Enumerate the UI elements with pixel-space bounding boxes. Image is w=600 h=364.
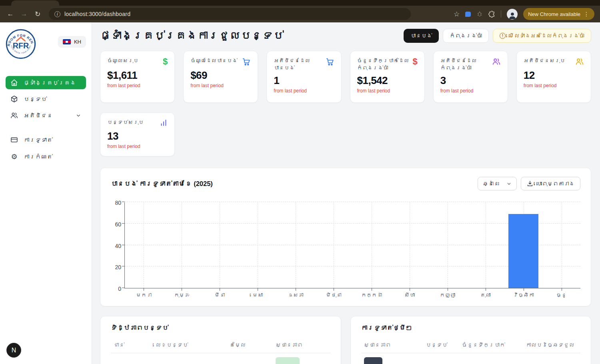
table-row[interactable] <box>361 357 581 364</box>
y-axis: 020406080 <box>111 202 124 288</box>
stat-value: $69 <box>190 69 251 82</box>
bar-chart-icon <box>160 119 168 127</box>
home-icon <box>10 79 18 86</box>
chrome-update-button[interactable]: New Chrome available ⋮ <box>523 8 594 20</box>
x-axis-label: មិថុនា <box>315 292 353 298</box>
pending-filter-button[interactable]: កំពុងរង់ចាំ <box>443 29 489 43</box>
cart-icon <box>242 57 251 66</box>
x-axis-label: មីនា <box>201 292 239 298</box>
rooms-overview-card: ទិដ្ឋភាពបន្ទប់ ជាន់ លេខបន្ទប់ តម្លៃ ស្ថា… <box>100 316 341 364</box>
year-select-value: ឆ្នាំនេះ <box>483 181 499 187</box>
chevron-down-icon <box>506 181 512 186</box>
column-header: បន្ទប់ <box>423 342 459 348</box>
page-title: ផ្ទាំងគ្រប់គ្រងការជួលបន្ទប់ <box>100 30 284 42</box>
download-icon <box>527 180 533 187</box>
box-icon <box>10 95 18 103</box>
table-row[interactable] <box>111 357 330 364</box>
toolbar-divider <box>501 10 501 18</box>
sidebar-item-settings[interactable]: ⚙ ការកំណត់ <box>6 150 86 164</box>
column-header: ស្ថានភាព <box>273 342 330 348</box>
nextjs-dev-badge[interactable]: N <box>6 343 21 358</box>
alert-circle-icon: ! <box>500 33 506 39</box>
stat-label: ចំណូលសរុប <box>107 57 138 66</box>
extensions-puzzle-icon[interactable] <box>488 11 495 18</box>
back-icon[interactable]: ← <box>6 10 15 18</box>
paid-filter-button[interactable]: បានបង់ <box>404 29 439 43</box>
x-axis-label: កញ្ញា <box>428 292 466 298</box>
site-info-icon[interactable]: i <box>54 11 60 17</box>
forward-icon[interactable]: → <box>19 10 29 18</box>
chevron-down-icon <box>76 113 81 118</box>
address-bar[interactable]: i localhost:3000/dashboard <box>49 8 411 20</box>
chart-slot <box>466 202 504 288</box>
stat-caption: from last period <box>440 88 501 94</box>
sidebar-item-payments[interactable]: ការទូទាត់ <box>6 133 86 146</box>
year-select[interactable]: ឆ្នាំនេះ <box>478 177 517 190</box>
language-selector[interactable]: KH <box>58 36 86 48</box>
sidebar-item-label: បន្ទប់ <box>24 96 81 102</box>
stat-value: 13 <box>107 130 168 142</box>
print-table-button[interactable]: បោះពុម្ពតារាង <box>521 177 581 190</box>
chart-slot <box>201 202 239 288</box>
kebab-menu-icon[interactable]: ⋮ <box>584 11 590 17</box>
cambodia-flag-icon <box>63 39 71 44</box>
x-axis-label: មេសា <box>239 292 277 298</box>
stat-card-pending-customers: អតិថិជនដែលកំពុងរង់ចាំ 3 from last period <box>433 51 508 103</box>
payments-chart-card: បានបង់ ការទូទាត់តាមខែ (2025) ឆ្នាំនេះ បោ… <box>100 168 591 306</box>
profile-avatar[interactable] <box>507 9 518 20</box>
y-tick <box>122 266 125 266</box>
users-icon <box>492 57 501 71</box>
browser-toolbar: ← → ↻ i localhost:3000/dashboard ☆ New C… <box>0 6 600 22</box>
print-table-label: បោះពុម្ពតារាង <box>537 181 575 187</box>
sidebar-item-customers[interactable]: អតិថិជន <box>6 109 86 122</box>
sidebar-item-rooms[interactable]: បន្ទប់ <box>6 92 86 106</box>
payments-table-title: ការទូទាត់ថ្មីៗ <box>361 324 581 332</box>
chart-slot <box>542 202 580 288</box>
browser-tab[interactable] <box>11 0 59 6</box>
y-tick <box>122 202 125 202</box>
chat-extension-icon[interactable] <box>465 12 471 17</box>
users-icon <box>10 112 18 119</box>
chart-slot <box>239 202 277 288</box>
y-axis-label: 40 <box>115 243 121 249</box>
stat-label: អតិថិជនសរុប <box>524 57 565 66</box>
svg-text:RFR: RFR <box>13 41 29 50</box>
disabled-extension-icon[interactable] <box>476 11 483 17</box>
column-header: តម្លៃ <box>227 342 273 348</box>
x-axis-label: កុម្ភៈ <box>163 292 201 298</box>
stat-value: 12 <box>524 69 584 82</box>
chrome-update-label: New Chrome available <box>528 11 580 17</box>
reload-icon[interactable]: ↻ <box>33 10 42 18</box>
rfr-logo: ROOM FOR RENT YOUR SPACE, YOUR STORY RFR <box>6 29 36 59</box>
x-axis-label: តុលា <box>466 292 504 298</box>
bookmark-star-icon[interactable]: ☆ <box>454 10 460 18</box>
stat-card-pending-amount: ចំនួនទឹកប្រាក់ដែលកំពុងរង់ចាំ $ $1,542 fr… <box>350 51 425 103</box>
x-axis-label: សីហា <box>390 292 428 298</box>
chart-slot <box>390 202 428 288</box>
rooms-table-header: ជាន់ លេខបន្ទប់ តម្លៃ ស្ថានភាព <box>111 342 330 353</box>
stat-value: $1,542 <box>357 74 418 87</box>
y-tick <box>122 223 125 224</box>
chart-title: បានបង់ ការទូទាត់តាមខែ (2025) <box>111 180 213 188</box>
sidebar-item-label: ការទូទាត់ <box>24 137 81 143</box>
y-tick <box>122 288 125 288</box>
cart-icon <box>326 57 334 71</box>
chart-bar[interactable] <box>508 214 538 288</box>
view-all-pending-button[interactable]: ! មើលទាំងអស់ដែលកំពុងរង់ចាំ <box>493 29 591 43</box>
gridline <box>125 202 580 202</box>
status-badge <box>276 357 300 364</box>
stat-caption: from last period <box>107 144 168 149</box>
stat-caption: from last period <box>190 83 251 88</box>
sidebar-item-dashboard[interactable]: ផ្ទាំងគ្រប់គ្រង <box>6 76 86 89</box>
x-axis-label: ឧសភា <box>277 292 315 298</box>
stat-label: ចំណូលដែលបានបង់ <box>190 57 237 66</box>
x-axis-label: កក្កដា <box>353 292 391 298</box>
sidebar-item-label: ការកំណត់ <box>24 154 81 160</box>
sidebar-nav: ផ្ទាំងគ្រប់គ្រង បន្ទប់ អតិថិជន ការទូទា <box>6 76 86 164</box>
stat-caption: from last period <box>107 83 168 88</box>
column-header: កាលបរិច្ឆេទជួល <box>523 342 581 348</box>
stat-caption: from last period <box>524 83 584 88</box>
bar-chart: 020406080 <box>111 202 580 288</box>
stat-card-paid-revenue: ចំណូលដែលបានបង់ $69 from last period <box>183 51 258 103</box>
chart-slot <box>353 202 391 288</box>
